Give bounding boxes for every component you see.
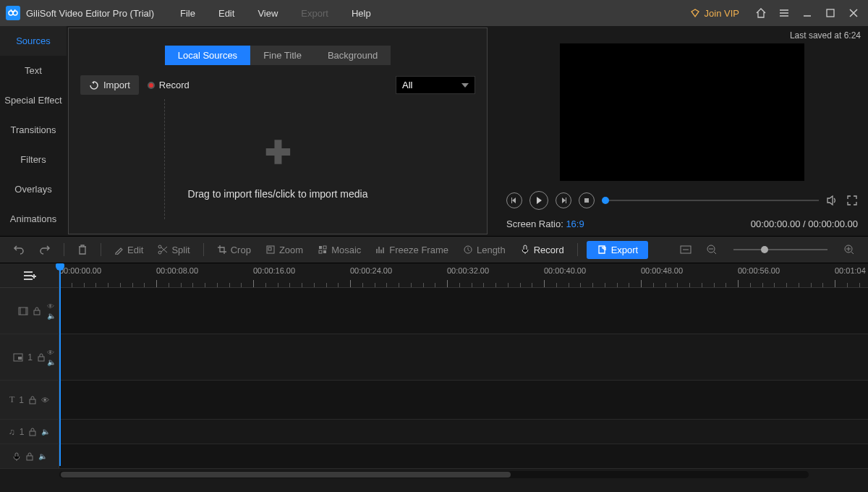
speaker-icon[interactable]: 🔈 [38,452,47,460]
track-body[interactable] [59,334,868,380]
menu-button[interactable] [775,4,793,22]
seek-handle[interactable] [602,197,609,204]
filter-value: All [402,80,412,90]
speaker-icon[interactable]: 🔈 [47,358,56,366]
speaker-icon[interactable]: 🔈 [41,428,50,436]
filter-dropdown[interactable]: All [396,76,475,94]
zoom-in-button[interactable] [839,241,859,258]
freeze-frame-button[interactable]: Freeze Frame [371,242,453,258]
playhead[interactable] [59,263,61,466]
zoom-button[interactable]: Zoom [261,242,307,258]
svg-point-7 [158,251,161,254]
lock-icon[interactable] [28,396,37,404]
volume-button[interactable] [826,194,839,207]
lock-icon[interactable] [25,452,34,461]
menu-edit[interactable]: Edit [208,8,244,19]
zoom-icon [265,245,276,255]
speaker-icon[interactable]: 🔈 [47,312,56,320]
sidebar-item-special-effect[interactable]: Special Effect [0,85,67,115]
tab-fine-title[interactable]: Fine Title [250,46,315,65]
sidebar-item-filters[interactable]: Filters [0,145,67,174]
lock-icon[interactable] [33,307,41,315]
svg-rect-22 [18,357,22,360]
svg-rect-12 [319,250,322,253]
delete-button[interactable] [73,242,92,258]
ruler-label: 00:00:40.00 [544,266,586,275]
track-body[interactable] [59,444,868,468]
sidebar-item-transitions[interactable]: Transitions [0,115,67,145]
mic-icon [12,452,21,461]
join-vip-button[interactable]: Join VIP [690,8,739,19]
lock-icon[interactable] [37,353,46,362]
lock-icon[interactable] [28,428,37,436]
prev-frame-button[interactable] [506,192,522,208]
add-track-button[interactable] [0,263,59,287]
redo-button[interactable] [35,241,55,258]
scrollbar-thumb[interactable] [61,472,511,478]
track-body[interactable] [59,381,868,419]
menu-view[interactable]: View [247,8,288,19]
export-icon [597,245,607,255]
export-button[interactable]: Export [587,241,649,259]
sidebar-item-text[interactable]: Text [0,56,67,85]
media-dropzone[interactable]: ✚ Drag to import files/click to import m… [69,99,487,234]
mic-icon [520,245,530,255]
ruler-label: 00:01:04 [835,266,866,275]
track-audio-1: ♫ 1 🔈 [0,420,868,444]
track-body[interactable] [59,420,868,444]
zoom-slider[interactable] [733,249,827,250]
tab-local-sources[interactable]: Local Sources [165,46,250,65]
edit-button[interactable]: Edit [110,242,148,258]
zoom-handle[interactable] [761,246,768,253]
import-button[interactable]: Import [80,75,139,95]
fullscreen-button[interactable] [846,195,858,206]
drop-hint: Drag to import files/click to import med… [188,188,368,200]
redo-icon [39,244,51,255]
track-number: 1 [20,427,25,437]
svg-rect-15 [524,245,527,250]
menu-file[interactable]: File [170,8,205,19]
stop-button[interactable] [579,192,595,208]
sidebar-item-animations[interactable]: Animations [0,204,67,234]
undo-button[interactable] [9,241,29,258]
fit-icon [680,245,692,255]
undo-icon [13,244,25,255]
screen-ratio: Screen Ratio: 16:9 [506,219,584,229]
last-saved-label: Last saved at 6:24 [503,29,861,43]
track-head-voice: 🔈 [0,444,59,468]
film-icon [18,306,28,316]
minimize-button[interactable] [799,4,816,22]
svg-rect-2 [827,9,834,17]
zoom-out-button[interactable] [702,241,722,258]
track-text-1: T 1 👁 [0,381,868,420]
sidebar-item-overlays[interactable]: Overlays [0,174,67,204]
track-body[interactable] [59,288,868,334]
next-frame-button[interactable] [556,192,571,208]
screen-ratio-value[interactable]: 16:9 [566,219,584,229]
menu-help[interactable]: Help [341,8,381,19]
split-button[interactable]: Split [153,242,194,258]
fit-button[interactable] [676,242,696,258]
length-button[interactable]: Length [459,242,510,258]
time-total: 00:00:00.00 [808,219,858,229]
record-button[interactable]: Record [148,80,190,90]
mosaic-button[interactable]: Mosaic [313,242,365,258]
seek-bar[interactable] [602,200,819,201]
record-label: Record [159,80,190,90]
svg-point-6 [158,245,161,248]
sidebar-item-sources[interactable]: Sources [0,26,67,56]
record-toolbar-button[interactable]: Record [516,242,569,258]
play-button[interactable] [529,191,548,210]
timeline-scrollbar[interactable] [0,469,868,480]
prev-icon [511,198,517,203]
maximize-button[interactable] [822,4,839,22]
tab-background[interactable]: Background [315,46,391,65]
eye-icon[interactable]: 👁 [47,349,56,357]
home-button[interactable] [752,4,770,22]
close-button[interactable] [845,4,862,22]
scissors-icon [158,245,168,255]
crop-button[interactable]: Crop [213,242,255,258]
eye-icon[interactable]: 👁 [41,396,49,404]
eye-icon[interactable]: 👁 [47,302,56,310]
time-ruler[interactable]: 00:00:00.0000:00:08.0000:00:16.0000:00:2… [59,263,868,287]
